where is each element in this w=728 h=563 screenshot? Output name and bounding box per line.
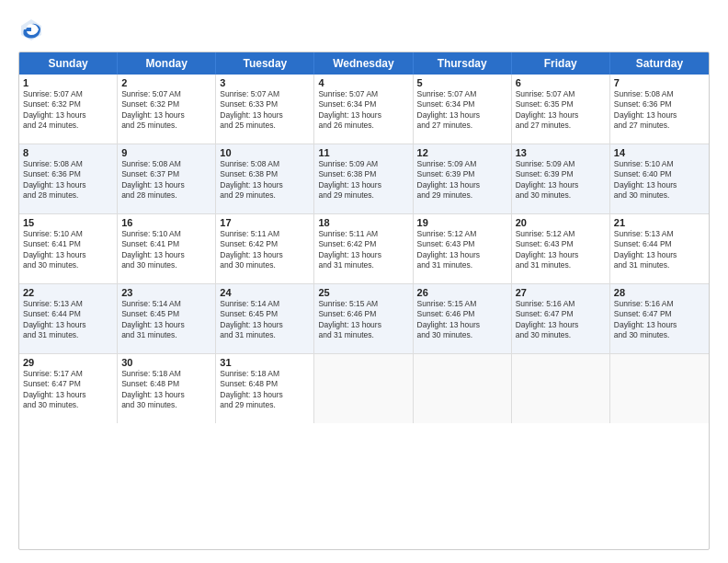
day-info: Sunrise: 5:15 AM Sunset: 6:46 PM Dayligh…: [417, 299, 507, 341]
day-info: Sunrise: 5:10 AM Sunset: 6:40 PM Dayligh…: [614, 159, 705, 201]
day-cell: 8Sunrise: 5:08 AM Sunset: 6:36 PM Daylig…: [19, 144, 118, 213]
day-info: Sunrise: 5:07 AM Sunset: 6:34 PM Dayligh…: [417, 89, 507, 132]
day-info: Sunrise: 5:10 AM Sunset: 6:41 PM Dayligh…: [121, 229, 211, 271]
header-cell-sunday: Sunday: [19, 52, 118, 75]
day-cell: 14Sunrise: 5:10 AM Sunset: 6:40 PM Dayli…: [610, 144, 709, 213]
day-cell: 22Sunrise: 5:13 AM Sunset: 6:44 PM Dayli…: [19, 284, 118, 353]
day-cell: [610, 354, 709, 423]
day-info: Sunrise: 5:08 AM Sunset: 6:37 PM Dayligh…: [121, 159, 211, 201]
day-number: 15: [23, 217, 113, 228]
logo-icon: [18, 17, 44, 42]
day-number: 22: [23, 287, 113, 298]
day-number: 3: [220, 77, 310, 88]
day-number: 16: [121, 217, 211, 228]
day-cell: 4Sunrise: 5:07 AM Sunset: 6:34 PM Daylig…: [314, 75, 413, 144]
day-number: 1: [23, 77, 113, 88]
week-row-3: 15Sunrise: 5:10 AM Sunset: 6:41 PM Dayli…: [19, 214, 709, 284]
day-info: Sunrise: 5:14 AM Sunset: 6:45 PM Dayligh…: [121, 299, 211, 341]
day-number: 5: [417, 77, 507, 88]
day-cell: 25Sunrise: 5:15 AM Sunset: 6:46 PM Dayli…: [314, 284, 413, 353]
day-number: 26: [417, 287, 507, 298]
day-number: 9: [121, 147, 211, 158]
day-info: Sunrise: 5:07 AM Sunset: 6:32 PM Dayligh…: [121, 89, 211, 132]
day-number: 6: [516, 77, 606, 88]
day-cell: [414, 354, 512, 423]
day-cell: 7Sunrise: 5:08 AM Sunset: 6:36 PM Daylig…: [610, 75, 709, 144]
day-number: 13: [516, 147, 606, 158]
day-info: Sunrise: 5:16 AM Sunset: 6:47 PM Dayligh…: [614, 299, 705, 341]
day-cell: 3Sunrise: 5:07 AM Sunset: 6:33 PM Daylig…: [216, 75, 314, 144]
day-info: Sunrise: 5:12 AM Sunset: 6:43 PM Dayligh…: [417, 229, 507, 271]
day-cell: 2Sunrise: 5:07 AM Sunset: 6:32 PM Daylig…: [118, 75, 216, 144]
day-cell: 18Sunrise: 5:11 AM Sunset: 6:42 PM Dayli…: [314, 214, 413, 283]
day-info: Sunrise: 5:16 AM Sunset: 6:47 PM Dayligh…: [516, 299, 606, 341]
day-cell: 6Sunrise: 5:07 AM Sunset: 6:35 PM Daylig…: [512, 75, 610, 144]
day-cell: 21Sunrise: 5:13 AM Sunset: 6:44 PM Dayli…: [610, 214, 709, 283]
day-cell: 20Sunrise: 5:12 AM Sunset: 6:43 PM Dayli…: [512, 214, 610, 283]
calendar-body: 1Sunrise: 5:07 AM Sunset: 6:32 PM Daylig…: [19, 75, 709, 423]
week-row-2: 8Sunrise: 5:08 AM Sunset: 6:36 PM Daylig…: [19, 144, 709, 214]
day-cell: 11Sunrise: 5:09 AM Sunset: 6:38 PM Dayli…: [314, 144, 413, 213]
day-number: 24: [220, 287, 310, 298]
day-cell: 27Sunrise: 5:16 AM Sunset: 6:47 PM Dayli…: [512, 284, 610, 353]
day-info: Sunrise: 5:14 AM Sunset: 6:45 PM Dayligh…: [220, 299, 310, 341]
day-info: Sunrise: 5:12 AM Sunset: 6:43 PM Dayligh…: [516, 229, 606, 271]
day-cell: 12Sunrise: 5:09 AM Sunset: 6:39 PM Dayli…: [414, 144, 512, 213]
day-info: Sunrise: 5:09 AM Sunset: 6:39 PM Dayligh…: [516, 159, 606, 201]
day-number: 7: [614, 77, 705, 88]
day-cell: 31Sunrise: 5:18 AM Sunset: 6:48 PM Dayli…: [216, 354, 314, 423]
day-number: 23: [121, 287, 211, 298]
header-cell-thursday: Thursday: [414, 52, 512, 75]
day-number: 29: [23, 357, 113, 368]
day-cell: 10Sunrise: 5:08 AM Sunset: 6:38 PM Dayli…: [216, 144, 314, 213]
day-number: 8: [23, 147, 113, 158]
day-cell: 26Sunrise: 5:15 AM Sunset: 6:46 PM Dayli…: [414, 284, 512, 353]
day-info: Sunrise: 5:07 AM Sunset: 6:34 PM Dayligh…: [318, 89, 408, 132]
header-cell-monday: Monday: [118, 52, 216, 75]
day-number: 14: [614, 147, 705, 158]
day-number: 10: [220, 147, 310, 158]
day-cell: [314, 354, 413, 423]
day-info: Sunrise: 5:13 AM Sunset: 6:44 PM Dayligh…: [23, 299, 113, 341]
day-info: Sunrise: 5:11 AM Sunset: 6:42 PM Dayligh…: [220, 229, 310, 271]
day-cell: 30Sunrise: 5:18 AM Sunset: 6:48 PM Dayli…: [118, 354, 216, 423]
header-cell-friday: Friday: [512, 52, 610, 75]
day-number: 12: [417, 147, 507, 158]
day-number: 2: [121, 77, 211, 88]
day-cell: 28Sunrise: 5:16 AM Sunset: 6:47 PM Dayli…: [610, 284, 709, 353]
header-cell-tuesday: Tuesday: [216, 52, 314, 75]
day-number: 27: [516, 287, 606, 298]
page: SundayMondayTuesdayWednesdayThursdayFrid…: [0, 0, 728, 563]
week-row-1: 1Sunrise: 5:07 AM Sunset: 6:32 PM Daylig…: [19, 75, 709, 144]
header-cell-saturday: Saturday: [610, 52, 709, 75]
day-info: Sunrise: 5:09 AM Sunset: 6:39 PM Dayligh…: [417, 159, 507, 201]
day-number: 4: [318, 77, 408, 88]
day-number: 18: [318, 217, 408, 228]
day-number: 31: [220, 357, 310, 368]
logo: [18, 17, 48, 42]
week-row-5: 29Sunrise: 5:17 AM Sunset: 6:47 PM Dayli…: [19, 354, 709, 423]
day-cell: 24Sunrise: 5:14 AM Sunset: 6:45 PM Dayli…: [216, 284, 314, 353]
day-info: Sunrise: 5:11 AM Sunset: 6:42 PM Dayligh…: [318, 229, 408, 271]
day-cell: 19Sunrise: 5:12 AM Sunset: 6:43 PM Dayli…: [414, 214, 512, 283]
day-number: 11: [318, 147, 408, 158]
day-cell: 17Sunrise: 5:11 AM Sunset: 6:42 PM Dayli…: [216, 214, 314, 283]
day-cell: 13Sunrise: 5:09 AM Sunset: 6:39 PM Dayli…: [512, 144, 610, 213]
day-number: 19: [417, 217, 507, 228]
day-cell: 9Sunrise: 5:08 AM Sunset: 6:37 PM Daylig…: [118, 144, 216, 213]
header: [18, 17, 710, 42]
calendar-header: SundayMondayTuesdayWednesdayThursdayFrid…: [19, 52, 709, 75]
day-number: 28: [614, 287, 705, 298]
calendar: SundayMondayTuesdayWednesdayThursdayFrid…: [18, 52, 710, 550]
day-info: Sunrise: 5:08 AM Sunset: 6:36 PM Dayligh…: [614, 89, 705, 132]
day-info: Sunrise: 5:15 AM Sunset: 6:46 PM Dayligh…: [318, 299, 408, 341]
day-number: 20: [516, 217, 606, 228]
day-number: 25: [318, 287, 408, 298]
day-info: Sunrise: 5:17 AM Sunset: 6:47 PM Dayligh…: [23, 369, 113, 411]
header-cell-wednesday: Wednesday: [314, 52, 413, 75]
day-cell: 29Sunrise: 5:17 AM Sunset: 6:47 PM Dayli…: [19, 354, 118, 423]
day-info: Sunrise: 5:07 AM Sunset: 6:33 PM Dayligh…: [220, 89, 310, 132]
day-number: 30: [121, 357, 211, 368]
day-number: 17: [220, 217, 310, 228]
day-cell: 16Sunrise: 5:10 AM Sunset: 6:41 PM Dayli…: [118, 214, 216, 283]
